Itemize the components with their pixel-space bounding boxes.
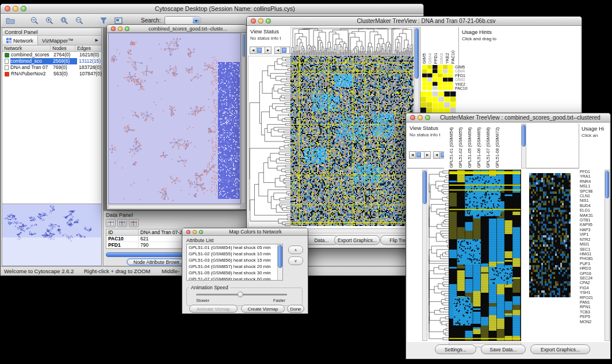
gene-label[interactable]: YRA1: [580, 174, 604, 179]
select-attributes-button[interactable]: [106, 219, 116, 227]
network-graph-canvas[interactable]: [109, 33, 241, 204]
column-header-nodes[interactable]: Nodes: [51, 45, 75, 51]
main-window-titlebar[interactable]: Cytoscape Desktop (Session Name: collins…: [1, 4, 423, 14]
close-button[interactable]: [186, 230, 190, 234]
scrollbar-thumb[interactable]: [242, 34, 245, 57]
zoom-actual-button[interactable]: [73, 15, 86, 26]
maximize-button[interactable]: [266, 18, 271, 24]
selected-submatrix-canvas[interactable]: [422, 65, 453, 90]
column-dendrogram-canvas[interactable]: [290, 27, 414, 56]
create-vizmap-button[interactable]: Create Vizmap: [241, 305, 285, 313]
gene-label[interactable]: MON2: [580, 320, 604, 324]
maximize-button[interactable]: [199, 230, 203, 234]
dialog-titlebar[interactable]: Map Colors to Network: [182, 228, 308, 236]
gene-label[interactable]: GPI16: [580, 271, 604, 276]
gene-label[interactable]: PFD1: [580, 170, 604, 174]
gene-label[interactable]: PUF3: [580, 262, 604, 266]
attribute-list-item[interactable]: GPL51-02 (GSM855) heat shock 10 min: [187, 251, 282, 257]
column-labels-scrollbar[interactable]: [521, 124, 526, 168]
scrollbar-thumb[interactable]: [415, 28, 419, 79]
attribute-list-item[interactable]: GPL51-03 (GSM856) heat shock 15 min: [187, 257, 282, 263]
attribute-list-item[interactable]: GPL51-05 (GSM858) heat shock 30 min: [187, 270, 282, 276]
row-dendrogram-canvas[interactable]: [248, 56, 290, 227]
create-attribute-button[interactable]: [117, 219, 127, 227]
spinner-thumb[interactable]: [282, 48, 286, 53]
close-button[interactable]: [5, 6, 10, 12]
scrollbar-thumb[interactable]: [605, 171, 609, 198]
move-up-button[interactable]: ∧: [288, 246, 303, 254]
node-attribute-browser-tab[interactable]: Node Attribute Brows...: [127, 258, 190, 266]
attribute-list-item[interactable]: GPL51-01 (GSM854) heat shock 05 min: [187, 244, 282, 251]
open-session-button[interactable]: [4, 15, 17, 26]
gene-label[interactable]: BUD4: [580, 204, 604, 208]
gene-label[interactable]: PEP5: [580, 315, 604, 319]
minimize-button[interactable]: [193, 230, 197, 234]
gene-label[interactable]: PHO81: [580, 256, 604, 261]
close-button[interactable]: [410, 115, 415, 120]
slider-thumb[interactable]: [238, 292, 243, 297]
heatmap-canvas[interactable]: [290, 56, 414, 226]
spinner-right-button[interactable]: ▶: [265, 47, 271, 54]
attribute-list-scrollbar[interactable]: [277, 244, 282, 280]
gene-label[interactable]: HMG1: [580, 252, 604, 256]
gene-label[interactable]: FIG4: [580, 286, 604, 290]
spinner-thumb[interactable]: [257, 48, 262, 53]
minimize-button[interactable]: [118, 26, 123, 31]
gene-label[interactable]: HRD3: [580, 266, 604, 271]
maximize-button[interactable]: [125, 26, 129, 31]
gene-label[interactable]: RPN1: [580, 305, 604, 309]
scrollbar-thumb[interactable]: [423, 171, 427, 204]
row-dendrogram-canvas[interactable]: [428, 170, 449, 341]
scrollbar-thumb[interactable]: [522, 125, 526, 147]
spinner-thumb[interactable]: [416, 152, 421, 158]
gene-label[interactable]: ELG1: [580, 208, 604, 213]
network-table-row[interactable]: combined_sco2569(6)13112(15): [2, 58, 101, 64]
spinner-left-button[interactable]: ◀: [274, 47, 281, 54]
minimize-button[interactable]: [418, 115, 423, 120]
column-header-id[interactable]: ID: [106, 229, 139, 235]
birdseye-canvas[interactable]: [2, 204, 101, 265]
gene-label[interactable]: RNR4: [580, 179, 604, 184]
close-button[interactable]: [251, 18, 256, 24]
animation-speed-slider[interactable]: [196, 294, 287, 296]
maximize-button[interactable]: [21, 6, 26, 12]
export-graphics-button[interactable]: Export Graphics...: [530, 344, 590, 354]
gene-label[interactable]: SPC98: [580, 189, 604, 194]
column-header-network[interactable]: Network: [2, 45, 51, 51]
gene-label[interactable]: CPA2: [580, 281, 604, 285]
zoom-out-button[interactable]: [28, 15, 41, 26]
gene-label[interactable]: NIS1: [580, 198, 604, 203]
close-button[interactable]: [111, 26, 116, 31]
tab-network[interactable]: Network: [2, 36, 38, 45]
spinner-left-button[interactable]: ◀: [433, 151, 440, 159]
network-horizontal-scrollbar[interactable]: [108, 205, 241, 209]
treeview-dna-titlebar[interactable]: ClusterMaker TreeView : DNA and Tran 07-…: [247, 17, 582, 26]
gene-label[interactable]: PAN1: [580, 300, 604, 305]
gene-label[interactable]: MAK31: [580, 213, 604, 218]
tab-overflow-arrow[interactable]: ▶: [93, 38, 101, 43]
minimize-button[interactable]: [13, 6, 18, 12]
spinner-track[interactable]: [257, 47, 265, 54]
network-table-row[interactable]: combined_scores2764(0)16218(0): [2, 52, 101, 58]
spinner-track[interactable]: [416, 151, 424, 159]
network-canvas-viewport[interactable]: [108, 33, 241, 204]
tab-vizmapper[interactable]: VizMapper™: [38, 36, 78, 45]
gene-list-scrollbar[interactable]: [605, 170, 610, 341]
settings-button[interactable]: Settings...: [435, 344, 476, 354]
network-table-row[interactable]: RNAPuberNov2563(0)107847(0): [2, 71, 101, 77]
gene-label[interactable]: RPO21: [580, 296, 604, 300]
heatmap-canvas[interactable]: [449, 170, 521, 341]
attribute-list-item[interactable]: GPL51-04 (GSM857) heat shock 20 min: [187, 263, 282, 270]
gene-label[interactable]: MSL1: [580, 184, 604, 189]
column-header-edges[interactable]: Edges: [75, 45, 101, 51]
network-vertical-scrollbar[interactable]: [242, 33, 246, 204]
zoom-fit-button[interactable]: [58, 15, 71, 26]
gene-label[interactable]: VIP1: [580, 232, 604, 237]
move-down-button[interactable]: ∨: [288, 256, 303, 265]
done-button[interactable]: Done: [287, 305, 304, 313]
gene-label[interactable]: MSI1: [580, 242, 604, 247]
gene-label[interactable]: KAP95: [580, 223, 604, 227]
spinner-left-button[interactable]: ◀: [409, 151, 416, 159]
gene-label[interactable]: NTR2: [580, 237, 604, 242]
search-combobox[interactable]: [165, 16, 201, 25]
